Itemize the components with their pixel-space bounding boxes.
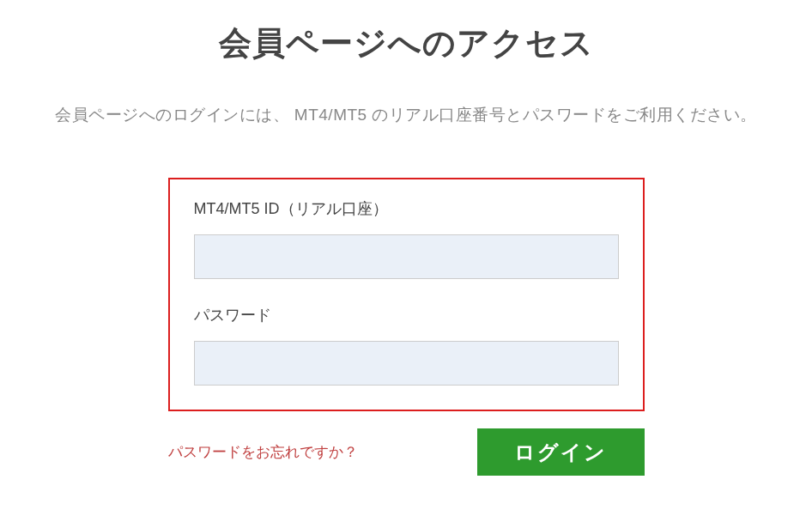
forgot-password-link[interactable]: パスワードをお忘れですか？ <box>168 442 358 462</box>
login-container: 会員ページへのアクセス 会員ページへのログインには、 MT4/MT5 のリアル口… <box>0 21 812 476</box>
password-label: パスワード <box>194 305 619 325</box>
password-input[interactable] <box>194 341 619 386</box>
page-title: 会員ページへのアクセス <box>219 21 594 65</box>
form-footer: パスワードをお忘れですか？ ログイン <box>168 428 645 476</box>
id-field-group: MT4/MT5 ID（リアル口座） <box>194 198 619 279</box>
login-form-box: MT4/MT5 ID（リアル口座） パスワード <box>168 178 645 411</box>
id-input[interactable] <box>194 234 619 279</box>
id-label: MT4/MT5 ID（リアル口座） <box>194 198 619 219</box>
login-button[interactable]: ログイン <box>477 428 645 476</box>
password-field-group: パスワード <box>194 305 619 386</box>
instruction-text: 会員ページへのログインには、 MT4/MT5 のリアル口座番号とパスワードをご利… <box>55 104 757 126</box>
